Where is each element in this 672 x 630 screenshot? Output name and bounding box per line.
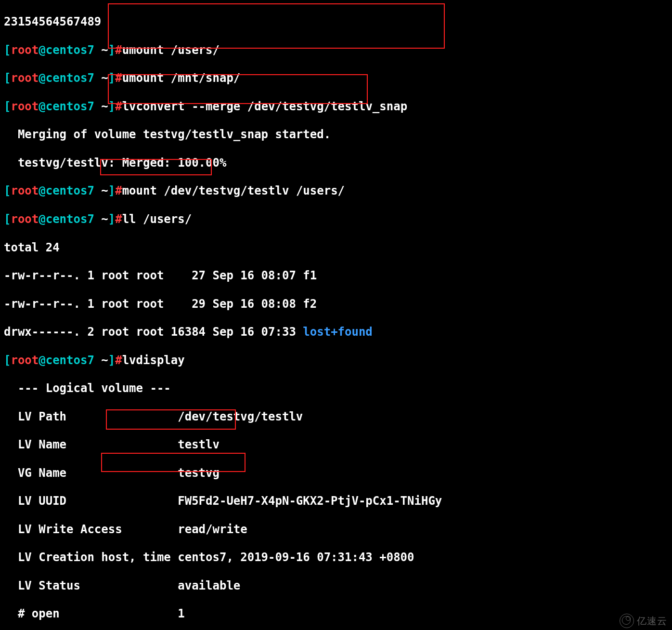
terminal-output[interactable]: 23154564567489 [root@centos7 ~]#umount /… <box>0 0 672 630</box>
output-line: -rw-r--r--. 1 root root 29 Sep 16 08:08 … <box>4 297 668 311</box>
output-line: LV Creation host, time centos7, 2019-09-… <box>4 551 668 564</box>
output-line: LV UUID FW5Fd2-UeH7-X4pN-GKX2-PtjV-pCx1-… <box>4 494 668 508</box>
prompt-line: [root@centos7 ~]#ll /users/ <box>4 212 668 226</box>
output-line: LV Status available <box>4 579 668 593</box>
output-line: LV Write Access read/write <box>4 523 668 537</box>
output-line: Merging of volume testvg/testlv_snap sta… <box>4 128 668 142</box>
output-line: LV Path /dev/testvg/testlv <box>4 410 668 424</box>
output-line: # open 1 <box>4 607 668 621</box>
output-line: testvg/testlv: Merged: 100.00% <box>4 156 668 170</box>
watermark-icon <box>620 614 634 628</box>
output-line: -rw-r--r--. 1 root root 27 Sep 16 08:07 … <box>4 269 668 283</box>
output-line: LV Name testlv <box>4 438 668 452</box>
prompt-line: [root@centos7 ~]#umount /users/ <box>4 43 668 57</box>
output-line: drwx------. 2 root root 16384 Sep 16 07:… <box>4 325 668 339</box>
prompt-line: [root@centos7 ~]#lvconvert --merge /dev/… <box>4 100 668 114</box>
prompt-line: [root@centos7 ~]#mount /dev/testvg/testl… <box>4 184 668 198</box>
watermark: 亿速云 <box>620 614 667 628</box>
watermark-text: 亿速云 <box>637 615 667 627</box>
output-line: --- Logical volume --- <box>4 381 668 395</box>
prompt-line: [root@centos7 ~]#umount /mnt/snap/ <box>4 71 668 85</box>
partial-scroll-line: 23154564567489 <box>4 15 668 29</box>
prompt-line: [root@centos7 ~]#lvdisplay <box>4 354 668 368</box>
output-line: VG Name testvg <box>4 466 668 480</box>
output-line: total 24 <box>4 241 668 255</box>
